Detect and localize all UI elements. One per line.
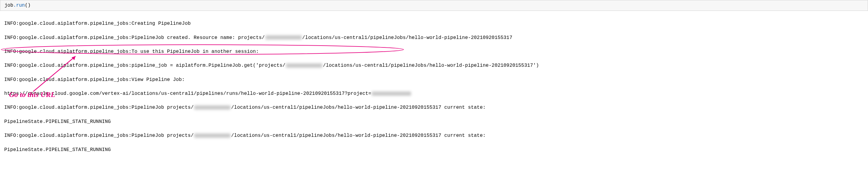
redacted-project-id xyxy=(372,91,411,96)
code-input-cell: job.run() xyxy=(0,0,868,11)
code-method: .run xyxy=(13,3,25,8)
code-parens: () xyxy=(25,3,31,8)
log-msg: To use this PipelineJob in another sessi… xyxy=(131,49,258,54)
log-line-state-2: PipelineState.PIPELINE_STATE_RUNNING xyxy=(4,147,864,153)
log-msg: PipelineJob created. Resource name: proj… xyxy=(131,35,265,40)
log-msg: PipelineJob projects/ xyxy=(131,105,194,110)
log-prefix: INFO:google.cloud.aiplatform.pipeline_jo… xyxy=(4,49,131,54)
log-prefix: INFO:google.cloud.aiplatform.pipeline_jo… xyxy=(4,35,131,40)
annotation-arrow-head xyxy=(71,56,75,60)
annotation-label: Go to this URL xyxy=(9,89,55,100)
log-prefix: INFO:google.cloud.aiplatform.pipeline_jo… xyxy=(4,63,131,68)
redacted-project-id xyxy=(194,106,230,110)
log-line-3: INFO:google.cloud.aiplatform.pipeline_jo… xyxy=(4,48,864,55)
pipeline-url[interactable]: https://console.cloud.google.com/vertex-… xyxy=(4,91,371,96)
annotation-arrow-line xyxy=(33,56,75,91)
log-line-state-1: PipelineState.PIPELINE_STATE_RUNNING xyxy=(4,118,864,125)
log-msg: View Pipeline Job: xyxy=(131,77,185,83)
log-line-9: INFO:google.cloud.aiplatform.pipeline_jo… xyxy=(4,132,864,139)
log-msg: /locations/us-central1/pipelineJobs/hell… xyxy=(323,63,539,68)
code-object: job xyxy=(4,3,13,8)
log-msg: /locations/us-central1/pipelineJobs/hell… xyxy=(302,35,513,40)
log-prefix: INFO:google.cloud.aiplatform.pipeline_jo… xyxy=(4,77,131,83)
output-block: INFO:google.cloud.aiplatform.pipeline_jo… xyxy=(0,11,868,180)
log-line-1: INFO:google.cloud.aiplatform.pipeline_jo… xyxy=(4,20,864,27)
log-line-4: INFO:google.cloud.aiplatform.pipeline_jo… xyxy=(4,62,864,69)
redacted-project-id xyxy=(194,133,230,138)
log-msg: Creating PipelineJob xyxy=(131,21,191,26)
redacted-project-id xyxy=(286,63,322,68)
log-msg: /locations/us-central1/pipelineJobs/hell… xyxy=(231,105,486,110)
log-msg: pipeline_job = aiplatform.PipelineJob.ge… xyxy=(131,63,285,68)
log-prefix: INFO:google.cloud.aiplatform.pipeline_jo… xyxy=(4,133,131,138)
pipeline-state: PipelineState.PIPELINE_STATE_RUNNING xyxy=(4,147,111,152)
redacted-project-id xyxy=(266,35,302,39)
log-prefix: INFO:google.cloud.aiplatform.pipeline_jo… xyxy=(4,105,131,110)
log-line-5: INFO:google.cloud.aiplatform.pipeline_jo… xyxy=(4,77,864,83)
log-msg: /locations/us-central1/pipelineJobs/hell… xyxy=(231,133,486,138)
log-line-url: https://console.cloud.google.com/vertex-… xyxy=(4,90,864,97)
log-prefix: INFO:google.cloud.aiplatform.pipeline_jo… xyxy=(4,21,131,26)
pipeline-state: PipelineState.PIPELINE_STATE_RUNNING xyxy=(4,119,111,124)
log-msg: PipelineJob projects/ xyxy=(131,133,194,138)
log-line-7: INFO:google.cloud.aiplatform.pipeline_jo… xyxy=(4,104,864,111)
log-line-2: INFO:google.cloud.aiplatform.pipeline_jo… xyxy=(4,34,864,41)
